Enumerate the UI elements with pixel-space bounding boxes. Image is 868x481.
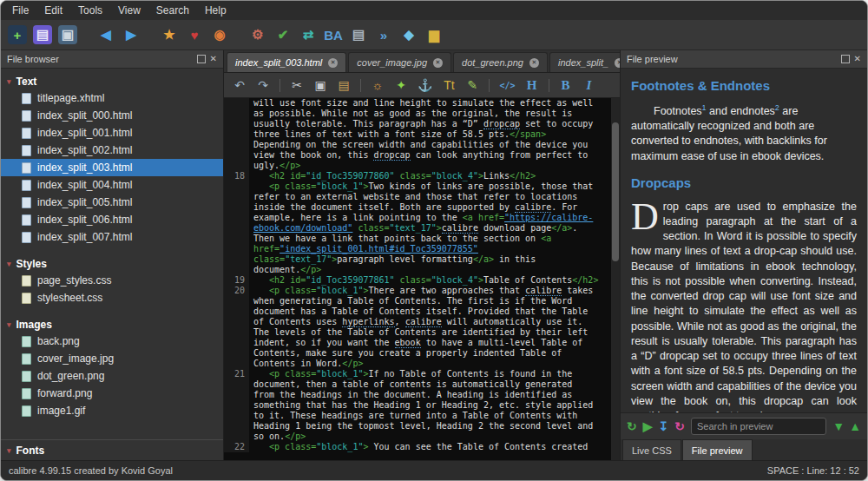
redo-icon[interactable]: ↷ [256, 78, 270, 92]
line-number [224, 192, 249, 202]
find-prev-icon[interactable]: ▲ [849, 419, 861, 433]
file-item-index-split-006-html[interactable]: index_split_006.html [1, 211, 223, 228]
editor-scrollbar[interactable] [611, 98, 620, 460]
line-text: from the headings in the document. A hea… [249, 390, 611, 400]
new-file-icon[interactable]: + [8, 25, 27, 44]
compress-book-icon[interactable]: ⇄ [299, 25, 318, 44]
file-item-back-png[interactable]: back.png [1, 333, 223, 350]
file-item-index-split-003-html[interactable]: index_split_003.html [1, 159, 223, 176]
tab-dot-green-png[interactable]: dot_green.png✕ [453, 52, 548, 72]
preview-tab-file-preview[interactable]: File preview [682, 439, 753, 460]
line-number [224, 411, 249, 421]
preview-control-icons: ↻▶↧↻ [627, 419, 685, 433]
undo-icon[interactable]: ↶ [233, 78, 247, 92]
bookmark-icon[interactable]: ★ [160, 25, 179, 44]
file-item-index-split-004-html[interactable]: index_split_004.html [1, 176, 223, 194]
line-number: 22 [224, 442, 249, 452]
go-forward-icon[interactable]: ▶ [122, 25, 141, 44]
section-fonts[interactable]: ▾Fonts [1, 443, 223, 458]
donate-icon[interactable]: ♥ [185, 25, 204, 44]
preview-search-input[interactable] [691, 418, 826, 435]
insert-tag-icon[interactable]: </> [499, 81, 515, 90]
tab-close-icon[interactable]: ✕ [328, 58, 338, 68]
bold-icon[interactable]: B [559, 78, 573, 93]
special-char-icon[interactable]: ◆ [399, 25, 418, 44]
file-icon [22, 336, 31, 347]
italic-icon[interactable]: I [582, 78, 596, 93]
sync-position-icon[interactable]: ↧ [659, 419, 669, 433]
insert-link-icon[interactable]: ⚓ [418, 78, 432, 92]
menu-item-view[interactable]: View [110, 3, 148, 18]
undock-icon[interactable] [841, 55, 850, 63]
preview-tab-live-css[interactable]: Live CSS [622, 439, 681, 460]
tab-close-icon[interactable]: ✕ [529, 58, 539, 68]
file-item-index-split-000-html[interactable]: index_split_000.html [1, 107, 223, 124]
find-next-icon[interactable]: ▼ [832, 419, 845, 433]
file-icon [22, 162, 31, 174]
undock-icon[interactable] [197, 55, 206, 63]
file-item-forward-png[interactable]: forward.png [1, 385, 223, 402]
line-text: indent, so if you want the ebook to have… [249, 338, 611, 348]
save-icon[interactable]: ▣ [58, 25, 77, 44]
section-text[interactable]: ▾Text [1, 74, 223, 89]
close-panel-icon[interactable]: ✕ [210, 55, 217, 63]
file-item-cover-image-jpg[interactable]: cover_image.jpg [1, 350, 223, 367]
menu-item-tools[interactable]: Tools [70, 3, 110, 18]
paste-icon[interactable]: ▤ [337, 78, 351, 92]
section-images[interactable]: ▾Images [1, 317, 223, 333]
run-preview-icon[interactable]: ▶ [643, 419, 653, 433]
tab-index-split-003-html[interactable]: index_split_003.html✕ [227, 52, 346, 72]
refresh-preview-icon[interactable]: ↻ [627, 419, 637, 433]
expander-icon: ▾ [7, 320, 11, 329]
manage-fonts-icon[interactable]: BA [324, 25, 343, 44]
file-item-index-split-001-html[interactable]: index_split_001.html [1, 124, 223, 142]
heading-icon[interactable]: H [525, 78, 539, 93]
check-book-icon[interactable]: ⚙ [248, 25, 267, 44]
go-back-icon[interactable]: ◀ [96, 25, 115, 44]
menu-item-edit[interactable]: Edit [36, 3, 70, 18]
cut-icon[interactable]: ✂ [290, 78, 304, 92]
file-tree: ▾Texttitlepage.xhtmlindex_split_000.html… [1, 69, 223, 460]
code-area[interactable]: will use font size and line height to si… [224, 98, 611, 460]
line-text: Contents in Word.</p> [249, 359, 611, 369]
menu-item-file[interactable]: File [4, 3, 36, 18]
insert-quotes-icon[interactable]: » [374, 25, 393, 44]
section-label: Fonts [16, 445, 45, 457]
spell-check-icon[interactable]: ✔ [273, 25, 293, 44]
code-line: to it. These headings are turned into a … [224, 411, 611, 421]
file-item-dot-green-png[interactable]: dot_green.png [1, 367, 223, 385]
section-styles[interactable]: ▾Styles [1, 256, 223, 272]
file-item-page-styles-css[interactable]: page_styles.css [1, 272, 223, 289]
code-line: 21 <p class="block_1">If no Table of Con… [224, 369, 611, 379]
open-book-icon[interactable]: ▤ [33, 25, 52, 44]
line-text: usually tolerable. This paragraph has a … [249, 119, 611, 129]
file-item-stylesheet-css[interactable]: stylesheet.css [1, 289, 223, 306]
menu-item-help[interactable]: Help [197, 3, 234, 18]
reload-icon[interactable]: ↻ [674, 419, 685, 433]
close-panel-icon[interactable]: ✕ [854, 55, 861, 63]
chart-icon[interactable]: ▆ [424, 25, 444, 44]
code-editor[interactable]: will use font size and line height to si… [224, 98, 620, 460]
calibre-logo-icon[interactable]: ◉ [210, 25, 229, 44]
fix-html-icon[interactable]: ✦ [394, 78, 408, 92]
tab-close-icon[interactable]: ✕ [433, 58, 443, 68]
file-item-index-split-002-html[interactable]: index_split_002.html [1, 142, 223, 159]
menu-item-search[interactable]: Search [148, 3, 197, 18]
line-number [224, 244, 249, 254]
smarten-punctuation-icon[interactable]: ☼ [371, 78, 385, 92]
file-item-index-split-007-html[interactable]: index_split_007.html [1, 228, 223, 246]
line-text: <p class="block_1">If no Table of Conten… [249, 369, 611, 379]
file-name: index_split_000.html [37, 109, 132, 122]
reports-icon[interactable]: ▤ [349, 25, 368, 44]
file-item-index-split-005-html[interactable]: index_split_005.html [1, 194, 223, 211]
change-case-icon[interactable]: Tt [442, 78, 456, 92]
scrollbar-thumb[interactable] [612, 122, 619, 261]
tab-cover-image-jpg[interactable]: cover_image.jpg✕ [348, 52, 451, 72]
copy-icon[interactable]: ▣ [313, 78, 327, 92]
file-item-titlepage-xhtml[interactable]: titlepage.xhtml [1, 89, 223, 107]
line-number [224, 327, 249, 338]
file-item-image1-gif[interactable]: image1.gif [1, 402, 223, 419]
line-number [224, 400, 249, 411]
file-name: forward.png [37, 387, 92, 399]
beautify-icon[interactable]: ✎ [465, 78, 479, 92]
